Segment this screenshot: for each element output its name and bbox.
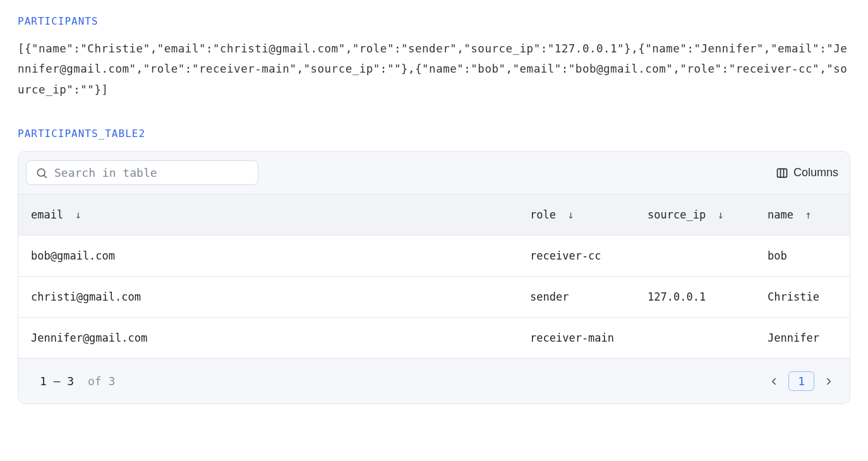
- cell-name: Jennifer: [755, 318, 850, 359]
- column-header-name[interactable]: name ↑: [755, 195, 850, 236]
- column-header-email[interactable]: email ↓: [18, 195, 517, 236]
- participants-table: email ↓ role ↓ source_ip ↓ name ↑ b: [18, 194, 850, 359]
- pagination-range-text: 1 – 3: [40, 374, 74, 388]
- cell-sourceip: 127.0.0.1: [635, 277, 755, 318]
- arrow-down-icon: ↓: [75, 208, 81, 221]
- cell-email: bob@gmail.com: [18, 236, 517, 277]
- table-footer: 1 – 3 of 3 1: [18, 359, 850, 404]
- participants-table2-label: PARTICIPANTS_TABLE2: [18, 128, 850, 140]
- participants-label: PARTICIPANTS: [18, 15, 850, 27]
- arrow-down-icon: ↓: [567, 208, 574, 221]
- prev-page-button[interactable]: [768, 376, 780, 387]
- svg-rect-2: [777, 169, 787, 177]
- column-header-role-label: role: [530, 208, 556, 221]
- search-input[interactable]: [54, 166, 249, 179]
- columns-button[interactable]: Columns: [776, 166, 838, 179]
- arrow-up-icon: ↑: [805, 208, 811, 221]
- columns-button-label: Columns: [793, 166, 838, 179]
- table-row: Jennifer@gmail.com receiver-main Jennife…: [18, 318, 850, 359]
- cell-sourceip: [635, 236, 755, 277]
- cell-name: Christie: [755, 277, 850, 318]
- column-header-sourceip-label: source_ip: [648, 208, 706, 221]
- pager: 1: [768, 371, 835, 391]
- next-page-button[interactable]: [823, 376, 835, 387]
- search-icon: [35, 167, 48, 179]
- chevron-left-icon: [768, 376, 780, 387]
- pagination-of-label: of: [88, 374, 102, 388]
- search-input-wrapper[interactable]: [26, 160, 258, 185]
- pagination-total: 3: [108, 374, 115, 388]
- participants-json-text: [{"name":"Christie","email":"christi@gma…: [18, 39, 850, 100]
- cell-email: christi@gmail.com: [18, 277, 517, 318]
- current-page-button[interactable]: 1: [788, 371, 814, 391]
- column-header-email-label: email: [31, 208, 63, 221]
- columns-icon: [776, 167, 788, 179]
- cell-role: receiver-cc: [517, 236, 635, 277]
- pagination-range: 1 – 3 of 3: [40, 374, 115, 388]
- arrow-down-icon: ↓: [717, 208, 723, 221]
- cell-role: receiver-main: [517, 318, 635, 359]
- column-header-name-label: name: [768, 208, 793, 221]
- column-header-sourceip[interactable]: source_ip ↓: [635, 195, 755, 236]
- cell-sourceip: [635, 318, 755, 359]
- cell-email: Jennifer@gmail.com: [18, 318, 517, 359]
- chevron-right-icon: [823, 376, 835, 387]
- svg-line-1: [44, 175, 47, 177]
- column-header-role[interactable]: role ↓: [517, 195, 635, 236]
- participants-table-card: Columns email ↓ role ↓ source_ip ↓ name: [18, 151, 850, 404]
- cell-name: bob: [755, 236, 850, 277]
- cell-role: sender: [517, 277, 635, 318]
- table-row: bob@gmail.com receiver-cc bob: [18, 236, 850, 277]
- table-row: christi@gmail.com sender 127.0.0.1 Chris…: [18, 277, 850, 318]
- table-toolbar: Columns: [18, 152, 850, 194]
